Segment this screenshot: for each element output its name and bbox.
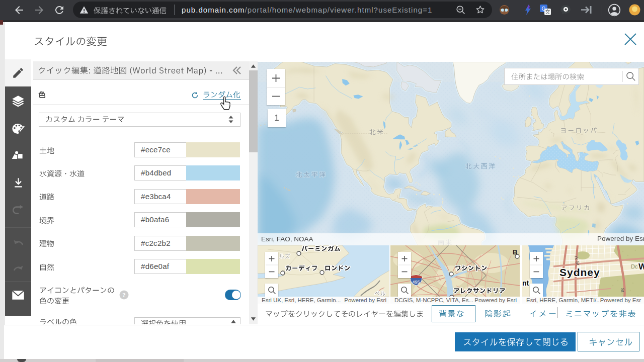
svg-text:Dc: Dc [631, 263, 638, 269]
svg-text:?: ? [122, 291, 126, 299]
svg-text:W: W [638, 262, 644, 272]
svg-text:Powered by Esri: Powered by Esri [597, 235, 644, 242]
svg-text:St: St [620, 288, 625, 293]
svg-text:nt: nt [522, 279, 529, 287]
svg-text:495: 495 [412, 280, 420, 285]
svg-text:Esri, FAO, NOAA: Esri, FAO, NOAA [261, 235, 313, 243]
svg-text:Sydney: Sydney [559, 266, 600, 278]
